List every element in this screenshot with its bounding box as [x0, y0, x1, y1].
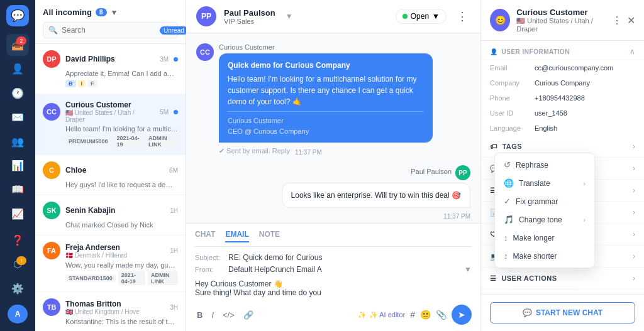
start-chat-label: START NEW CHAT: [536, 308, 602, 317]
chevron-right-icon: ›: [583, 216, 586, 224]
message-preview: Hey guys! I'd like to request a demo of.…: [65, 181, 178, 188]
subject-input[interactable]: [228, 253, 472, 262]
ai-menu-make-shorter[interactable]: ↕ Make shorter: [495, 247, 594, 265]
ai-menu-rephrase[interactable]: ↺ Rephrase: [495, 156, 594, 174]
user-icon: 👤: [490, 48, 498, 55]
send-icon: ➤: [458, 310, 465, 320]
unread-dot: [174, 110, 178, 114]
bold-button[interactable]: B: [195, 308, 204, 322]
make-shorter-icon: ↕: [504, 251, 508, 261]
tab-note[interactable]: NOTE: [259, 230, 280, 242]
compose-body[interactable]: Hey Curious Customer 👋Sure thing! What d…: [195, 277, 472, 300]
nav-inbox[interactable]: 📥 2: [6, 34, 29, 55]
dropdown-icon[interactable]: ▼: [111, 8, 118, 17]
message-time: 11:37 PM: [295, 149, 322, 156]
title-text: All incoming: [43, 8, 92, 17]
collapse-icon[interactable]: ∧: [630, 47, 635, 56]
nav-settings[interactable]: ⚙️: [6, 278, 29, 299]
message-bubble: Looks like an enterprise. Will try to wi…: [282, 183, 470, 208]
italic-button[interactable]: I: [209, 308, 216, 322]
tags-icon: 🏷: [490, 143, 497, 150]
search-bar[interactable]: 🔍 Unread ⚙: [43, 22, 178, 38]
ai-editor-button[interactable]: ✨ ✨ AI editor: [358, 311, 405, 319]
nav-integrations[interactable]: ⬡ !: [6, 254, 29, 275]
translate-label: Translate: [519, 179, 550, 188]
message-time: 3H: [170, 304, 178, 311]
status-dropdown-icon: ▼: [432, 12, 440, 21]
list-item[interactable]: TB Thomas Britton 🇬🇧 United Kingdom / Ho…: [35, 292, 186, 331]
agent-avatar: PP: [196, 6, 216, 26]
message-avatar: CC: [196, 43, 214, 61]
list-item[interactable]: DP David Phillips 3M Appreciate it, Emma…: [35, 44, 186, 94]
code-button[interactable]: </>: [221, 308, 236, 322]
conversation-tags: PREMIUM5000 2021-04-19 ADMIN LINK: [65, 134, 178, 148]
more-options-icon[interactable]: ⋮: [454, 7, 470, 26]
attachment-button[interactable]: 📎: [436, 310, 447, 320]
compose-toolbar: B I </> 🔗 ✨ ✨ AI editor # 🙂 📎 ➤: [195, 305, 472, 325]
inbox-badge: 2: [16, 36, 26, 45]
search-icon: 🔍: [48, 26, 58, 35]
chat-icon: 💬: [523, 308, 532, 317]
tag: I: [78, 80, 86, 87]
nav-history[interactable]: 🕐: [6, 82, 29, 104]
avatar: SK: [43, 202, 60, 219]
search-input[interactable]: [62, 26, 156, 35]
nav-help[interactable]: ❓: [6, 229, 29, 251]
contact-name: Freja Andersen: [65, 243, 165, 252]
message-time: 1H: [170, 207, 178, 214]
list-item[interactable]: CC Curious Customer 🇺🇸 United States / U…: [35, 94, 186, 155]
expand-icon: ›: [633, 142, 635, 151]
app-logo[interactable]: 💬: [6, 5, 29, 26]
emoji-button[interactable]: 🙂: [420, 310, 431, 320]
contact-location: 🇬🇧 United Kingdom / Hove: [65, 308, 165, 315]
unread-badge[interactable]: Unread: [160, 26, 188, 35]
language-field: Language English: [481, 121, 644, 136]
email-value: cc@curiouscompany.com: [535, 64, 613, 72]
conversation-tags: B I F: [65, 80, 178, 87]
send-button[interactable]: ➤: [452, 305, 472, 325]
conversations-title[interactable]: All incoming 8 ▼: [43, 8, 118, 17]
list-item[interactable]: C Chloe 6M Hey guys! I'd like to request…: [35, 155, 186, 195]
contact-name: David Phillips: [65, 55, 155, 63]
dropdown-icon[interactable]: ▼: [286, 12, 293, 21]
subject-field: Subject:: [195, 253, 472, 262]
nav-users[interactable]: 👥: [6, 131, 29, 152]
hash-button[interactable]: #: [410, 310, 415, 320]
status-pill[interactable]: Open ▼: [396, 9, 447, 24]
start-new-chat-button[interactable]: 💬 START NEW CHAT: [490, 302, 635, 323]
user-information-section: 👤 USER INFORMATION ∧ Email cc@curiouscom…: [481, 41, 644, 136]
nav-pulse[interactable]: 📈: [6, 203, 29, 224]
user-actions-section[interactable]: ☰ USER ACTIONS ›: [481, 268, 644, 290]
language-label: Language: [490, 124, 531, 132]
list-item[interactable]: SK Senin Kabajin 1H Chat marked Closed b…: [35, 195, 186, 236]
ai-menu-change-tone[interactable]: 🎵 Change tone ›: [495, 210, 594, 229]
from-dropdown-icon[interactable]: ▼: [464, 265, 472, 274]
nav-reports[interactable]: 📊: [6, 155, 29, 176]
message-preview: Chat marked Closed by Nick: [65, 221, 178, 229]
message-sender: Paul Paulson: [411, 168, 452, 175]
language-value: English: [535, 124, 557, 132]
company-field: Company Curious Company: [481, 75, 644, 90]
tab-email[interactable]: EMAIL: [225, 230, 248, 242]
user-avatar[interactable]: A: [8, 305, 28, 324]
nav-knowledge[interactable]: 📖: [6, 179, 29, 200]
from-input[interactable]: [228, 265, 459, 274]
nav-contacts[interactable]: 👤: [6, 58, 29, 80]
close-icon[interactable]: ✕: [627, 14, 635, 26]
ai-menu-make-longer[interactable]: ↕ Make longer: [495, 229, 594, 247]
tab-chat[interactable]: CHAT: [195, 230, 215, 242]
userid-value: user_1458: [535, 109, 567, 117]
nav-campaigns[interactable]: ✉️: [6, 107, 29, 128]
section-header[interactable]: 👤 USER INFORMATION ∧: [481, 41, 644, 60]
agent-name: Paul Paulson: [224, 8, 275, 18]
expand-icon: ›: [633, 208, 635, 217]
expand-icon: ›: [633, 164, 635, 173]
more-options-icon[interactable]: ⋮: [612, 14, 622, 26]
list-item[interactable]: FA Freja Andersen 🇩🇰 Denmark / Hillerød …: [35, 236, 186, 292]
ai-menu-fix-grammar[interactable]: ✓ Fix grammar: [495, 192, 594, 210]
avatar: C: [43, 161, 60, 179]
ai-menu-translate[interactable]: 🌐 Translate ›: [495, 174, 594, 192]
expand-icon: ›: [633, 274, 635, 283]
link-button[interactable]: 🔗: [242, 308, 255, 322]
change-tone-label: Change tone: [519, 215, 562, 224]
